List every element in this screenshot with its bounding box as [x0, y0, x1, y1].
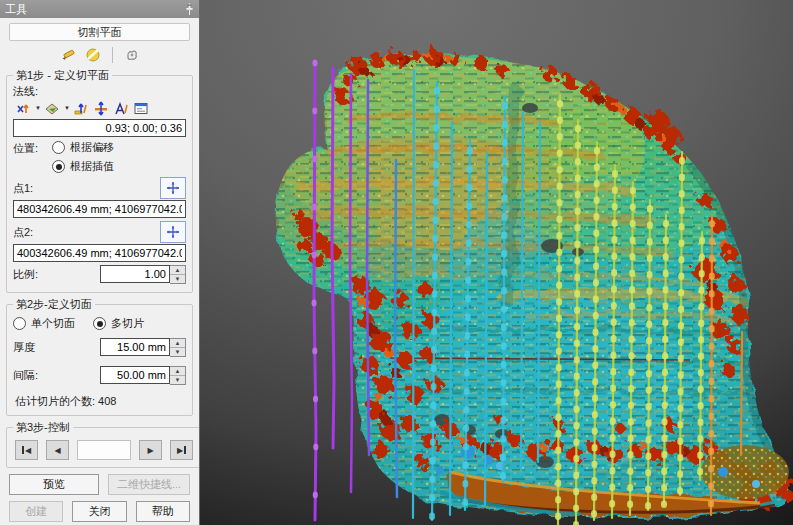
application-window: 工具 切割平面 第1步 - 定义切平面	[0, 0, 793, 525]
thickness-spinner: ▲ ▼	[100, 338, 186, 357]
tools-panel: 工具 切割平面 第1步 - 定义切平面	[0, 0, 200, 525]
point1-label: 点1:	[13, 181, 33, 196]
spin-down-icon[interactable]: ▼	[170, 348, 185, 356]
thickness-input[interactable]	[100, 338, 170, 356]
point2-pick-button[interactable]	[160, 221, 186, 243]
radio-multi-slice[interactable]: 多切片	[93, 316, 144, 331]
slice-position-input[interactable]	[77, 440, 131, 460]
axis-arrows-icon[interactable]	[93, 100, 110, 116]
normal-2pt-icon[interactable]	[73, 100, 90, 116]
toolbar-separator	[112, 47, 113, 63]
radio-by-offset-circle[interactable]	[52, 141, 65, 154]
spin-up-icon[interactable]: ▲	[170, 339, 185, 348]
radio-by-offset[interactable]: 根据偏移	[52, 140, 114, 155]
point2-input[interactable]	[13, 244, 186, 262]
step2-legend: 第2步-定义切面	[13, 297, 95, 312]
create-button: 创建	[9, 501, 63, 522]
radio-by-value-circle[interactable]	[52, 160, 65, 173]
panel-titlebar: 工具	[0, 0, 199, 18]
help-button[interactable]: 帮助	[136, 501, 190, 522]
spacing-label: 间隔:	[13, 368, 38, 383]
point-cloud-scene	[200, 0, 793, 525]
pen-tool-icon[interactable]	[59, 46, 77, 64]
last-slice-button[interactable]: ▶	[170, 440, 193, 460]
first-slice-button[interactable]: ◀	[15, 440, 38, 460]
scale-input[interactable]	[100, 265, 170, 283]
point2-label: 点2:	[13, 225, 33, 240]
spin-up-icon[interactable]: ▲	[170, 266, 185, 275]
thickness-label: 厚度	[13, 340, 35, 355]
normal-vector-input[interactable]	[13, 119, 186, 137]
step2-group: 第2步-定义切面 单个切面 多切片 厚度	[6, 297, 193, 416]
radio-single-section[interactable]: 单个切面	[13, 316, 75, 331]
estimated-slices-text: 估计切片的个数: 408	[15, 394, 184, 409]
normal-label: 法线:	[13, 84, 38, 99]
spin-up-icon[interactable]: ▲	[170, 367, 185, 376]
point1-pick-button[interactable]	[160, 177, 186, 199]
spin-down-icon[interactable]: ▼	[170, 376, 185, 384]
normal-toolbar: ▼ ▼	[15, 100, 186, 116]
step1-legend: 第1步 - 定义切平面	[13, 68, 112, 83]
dropdown-caret-icon[interactable]: ▼	[35, 105, 41, 111]
prev-slice-button[interactable]: ◀	[46, 440, 69, 460]
scale-label: 比例:	[13, 267, 38, 282]
spin-down-icon[interactable]: ▼	[170, 275, 185, 283]
radio-single-label: 单个切面	[31, 316, 75, 331]
spacing-input[interactable]	[100, 366, 170, 384]
close-button[interactable]: 关闭	[72, 501, 126, 522]
step1-group: 第1步 - 定义切平面 法线: ▼ ▼	[6, 68, 193, 293]
radio-by-value-label: 根据插值	[70, 159, 114, 174]
radio-by-offset-label: 根据偏移	[70, 140, 114, 155]
normal-x-icon[interactable]	[15, 100, 32, 116]
radio-by-value[interactable]: 根据插值	[52, 159, 114, 174]
position-label: 位置:	[13, 141, 38, 156]
panel-title: 工具	[5, 2, 184, 17]
step3-group: 第3步-控制 ◀ ◀ ▶ ▶	[6, 420, 199, 468]
step3-legend: 第3步-控制	[13, 420, 73, 435]
radio-multi-circle[interactable]	[93, 317, 106, 330]
preview-button[interactable]: 预览	[9, 474, 99, 495]
pick-tool-icon[interactable]	[123, 46, 141, 64]
scale-spinner: ▲ ▼	[100, 265, 186, 284]
dropdown-caret-icon[interactable]: ▼	[64, 105, 70, 111]
numeric-dialog-icon[interactable]	[133, 100, 150, 116]
shortcut-2d-button: 二维快捷线...	[108, 474, 190, 495]
panel-body: 切割平面 第1步 - 定义切平面 法线:	[0, 18, 199, 525]
plane-normal-icon[interactable]	[44, 100, 61, 116]
sphere-tool-icon[interactable]	[84, 46, 102, 64]
position-radio-group: 根据偏移 根据插值	[52, 140, 114, 174]
angle-a-icon[interactable]	[113, 100, 130, 116]
radio-multi-label: 多切片	[111, 316, 144, 331]
point1-input[interactable]	[13, 200, 186, 218]
next-slice-button[interactable]: ▶	[139, 440, 162, 460]
dialog-header: 切割平面	[9, 23, 190, 41]
slice-playback-controls: ◀ ◀ ▶ ▶	[15, 440, 193, 460]
top-toolbar	[0, 43, 199, 66]
radio-single-circle[interactable]	[13, 317, 26, 330]
pin-icon[interactable]	[184, 3, 194, 16]
spacing-spinner: ▲ ▼	[100, 366, 186, 385]
viewport-3d[interactable]	[200, 0, 793, 525]
